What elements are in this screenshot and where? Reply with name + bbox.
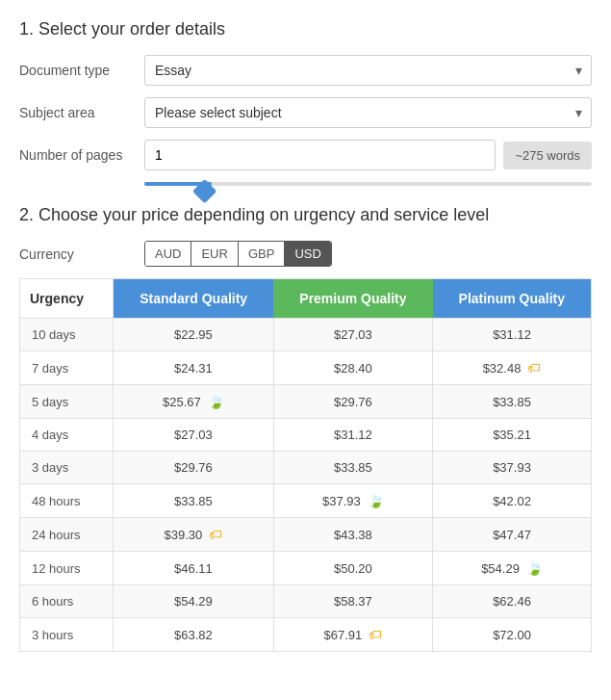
yellow-badge-icon: 🏷 [369,627,382,642]
standard-cell[interactable]: $25.67 🍃 [113,385,273,419]
standard-cell[interactable]: $22.95 [113,319,273,351]
platinum-price: $54.29 [481,561,520,576]
urgency-cell: 3 hours [20,618,114,652]
platinum-cell[interactable]: $33.85 [433,385,592,419]
urgency-cell: 48 hours [20,484,114,518]
subject-area-select[interactable]: Please select subject [144,97,592,128]
pages-label: Number of pages [19,147,144,163]
section1-title: 1. Select your order details [19,19,592,39]
premium-price: $27.03 [334,327,372,342]
standard-price: $25.67 [163,395,201,409]
price-table: Urgency Standard Quality Premium Quality… [19,278,592,652]
platinum-cell[interactable]: $32.48 🏷 [433,351,592,385]
standard-price: $24.31 [174,361,213,376]
platinum-price: $72.00 [493,628,531,642]
header-platinum: Platinum Quality [433,279,592,319]
price-table-body: 10 days $22.95 $27.03 $31.12 7 [20,319,592,652]
header-urgency: Urgency [20,279,114,319]
standard-price: $27.03 [174,428,213,442]
table-row[interactable]: 48 hours $33.85 $37.93 🍃 $42.02 [20,484,592,518]
table-row[interactable]: 3 days $29.76 $33.85 $37.93 [20,452,592,484]
premium-cell[interactable]: $67.91 🏷 [273,618,432,652]
table-row[interactable]: 3 hours $63.82 $67.91 🏷 $72.00 [20,618,592,652]
premium-cell[interactable]: $33.85 [273,452,432,484]
premium-cell[interactable]: $58.37 [273,585,432,618]
premium-price: $50.20 [334,561,372,576]
table-row[interactable]: 4 days $27.03 $31.12 $35.21 [20,419,592,452]
words-badge: ~275 words [503,142,592,169]
platinum-price: $31.12 [493,327,531,342]
urgency-cell: 3 days [20,452,114,484]
standard-cell[interactable]: $63.82 [113,618,273,652]
green-badge-icon: 🍃 [208,394,224,409]
platinum-cell[interactable]: $72.00 [433,618,592,652]
standard-cell[interactable]: $24.31 [113,351,273,385]
green-badge-icon: 🍃 [526,560,543,576]
premium-cell[interactable]: $27.03 [273,319,432,351]
currency-aud[interactable]: AUD [145,242,191,266]
table-row[interactable]: 24 hours $39.30 🏷 $43.38 $47.47 [20,518,592,552]
standard-price: $46.11 [174,561,213,576]
platinum-cell[interactable]: $62.46 [433,585,592,618]
green-badge-icon: 🍃 [368,493,384,508]
platinum-price: $32.48 [483,361,522,376]
subject-area-control: Please select subject [144,97,592,128]
standard-price: $39.30 [165,528,203,542]
platinum-price: $33.85 [493,395,531,409]
standard-cell[interactable]: $46.11 [113,552,273,585]
document-type-select[interactable]: Essay Research Paper Dissertation Course… [144,55,592,86]
table-row[interactable]: 10 days $22.95 $27.03 $31.12 [20,319,592,351]
platinum-cell[interactable]: $35.21 [433,419,592,452]
slider-track[interactable] [144,182,592,186]
standard-cell[interactable]: $27.03 [113,419,273,452]
section-2: 2. Choose your price depending on urgenc… [19,205,592,652]
platinum-cell[interactable]: $42.02 [433,484,592,518]
standard-price: $63.82 [174,628,213,642]
table-header-row: Urgency Standard Quality Premium Quality… [20,279,592,319]
pages-row: Number of pages ~275 words [19,140,592,170]
premium-price: $29.76 [334,395,372,409]
platinum-cell[interactable]: $37.93 [433,452,592,484]
standard-cell[interactable]: $39.30 🏷 [113,518,273,552]
premium-price: $43.38 [334,528,372,542]
currency-eur[interactable]: EUR [191,242,238,266]
premium-cell[interactable]: $28.40 [273,351,432,385]
premium-cell[interactable]: $43.38 [273,518,432,552]
pages-control: ~275 words [144,140,592,170]
urgency-cell: 4 days [20,419,114,452]
standard-cell[interactable]: $54.29 [113,585,273,618]
premium-cell[interactable]: $50.20 [273,552,432,585]
currency-buttons: AUD EUR GBP USD [144,241,332,267]
premium-price: $58.37 [334,594,372,609]
platinum-cell[interactable]: $31.12 [433,319,592,351]
standard-price: $33.85 [174,494,213,508]
standard-cell[interactable]: $33.85 [113,484,273,518]
premium-cell[interactable]: $31.12 [273,419,432,452]
subject-area-label: Subject area [19,105,144,120]
table-row[interactable]: 12 hours $46.11 $50.20 $54.29 🍃 [20,552,592,585]
standard-cell[interactable]: $29.76 [113,452,273,484]
table-row[interactable]: 7 days $24.31 $28.40 $32.48 🏷 [20,351,592,385]
premium-price: $37.93 [322,494,361,508]
urgency-cell: 10 days [20,319,114,351]
urgency-cell: 6 hours [20,585,114,618]
standard-price: $54.29 [174,594,213,609]
table-row[interactable]: 6 hours $54.29 $58.37 $62.46 [20,585,592,618]
subject-area-row: Subject area Please select subject [19,97,592,128]
urgency-cell: 24 hours [20,518,114,552]
section2-title: 2. Choose your price depending on urgenc… [19,205,592,225]
table-row[interactable]: 5 days $25.67 🍃 $29.76 $33.85 [20,385,592,419]
premium-cell[interactable]: $29.76 [273,385,432,419]
currency-gbp[interactable]: GBP [239,242,285,266]
premium-price: $67.91 [324,628,363,642]
premium-price: $28.40 [334,361,372,376]
platinum-cell[interactable]: $47.47 [433,518,592,552]
premium-price: $31.12 [334,428,372,442]
platinum-cell[interactable]: $54.29 🍃 [433,552,592,585]
premium-cell[interactable]: $37.93 🍃 [273,484,432,518]
platinum-price: $47.47 [493,528,531,542]
document-type-wrapper: Essay Research Paper Dissertation Course… [144,55,592,86]
document-type-label: Document type [19,63,144,78]
pages-input[interactable] [144,140,496,170]
currency-usd[interactable]: USD [285,242,330,266]
